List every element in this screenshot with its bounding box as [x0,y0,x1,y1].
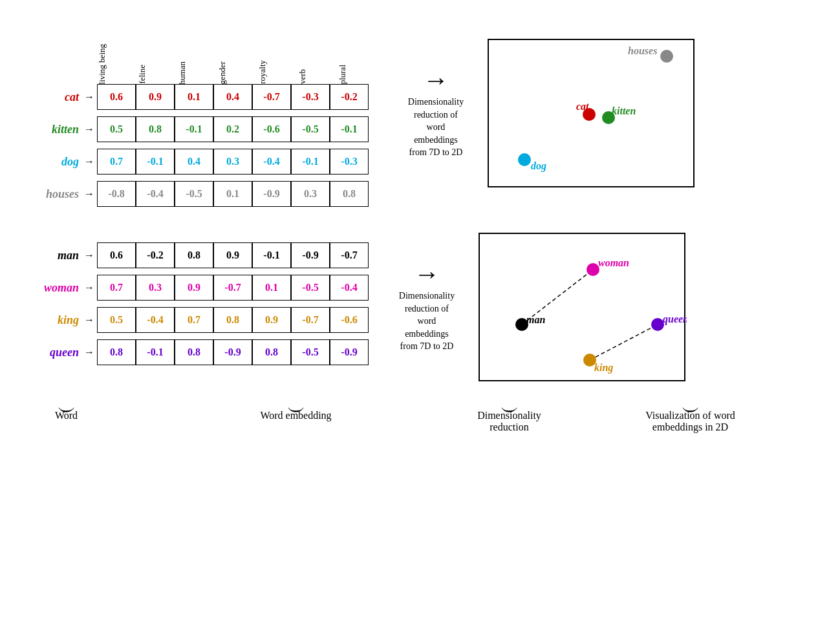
embedding-cell: 0.8 [330,181,369,207]
embedding-cell: -0.5 [175,181,213,207]
embedding-cell: -0.5 [291,275,330,301]
scatter-label-kitten: kitten [612,105,636,116]
word-row: man→0.6-0.20.80.9-0.1-0.9-0.7 [13,242,369,268]
word-arrow: → [84,156,94,167]
word-brace: ⏝ [58,396,74,410]
embedding-cell: -0.7 [291,307,330,333]
embedding-label: Word embedding [260,410,331,421]
embedding-cell: 0.5 [97,307,136,333]
scatter-point-queen [651,318,664,331]
embedding-cell: 0.7 [97,275,136,301]
embedding-label-group: ⏝ Word embedding [160,396,432,433]
dim-brace: ⏝ [501,396,517,410]
embedding-cell: 0.9 [213,242,252,268]
embedding-cell: 0.9 [136,84,175,110]
word-label-text: man [13,249,84,262]
col-header: verb [297,67,338,84]
embedding-cell: -0.1 [252,242,291,268]
scatter-label-king: king [594,362,613,374]
embedding-cell: -0.9 [291,242,330,268]
embedding-cell: 0.5 [97,116,136,142]
embedding-cell: 0.7 [97,149,136,175]
embedding-cell: -0.1 [175,116,213,142]
embedding-cell: -0.8 [97,181,136,207]
embedding-cell: 0.9 [252,307,291,333]
word-row: houses→-0.8-0.4-0.50.1-0.90.30.8 [13,181,378,207]
embedding-cell: 0.3 [213,149,252,175]
word-row: cat→0.60.90.10.4-0.7-0.3-0.2 [13,84,378,110]
word-label-text: king [13,314,84,327]
word-row: queen→0.8-0.10.8-0.90.8-0.5-0.9 [13,339,369,365]
bottom-table: man→0.6-0.20.80.9-0.1-0.9-0.7woman→0.70.… [13,242,369,372]
embedding-cell: -0.1 [291,149,330,175]
embedding-cell: -0.4 [252,149,291,175]
embedding-cell: -0.3 [291,84,330,110]
word-arrow: → [84,91,94,103]
embedding-cell: 0.6 [97,84,136,110]
embedding-cell: 0.6 [97,242,136,268]
embedding-cell: 0.3 [291,181,330,207]
embedding-cell: 0.8 [175,339,213,365]
embedding-cell: -0.3 [330,149,369,175]
word-label-text: queen [13,346,84,359]
top-dim-arrow: → [423,67,449,93]
word-row: dog→0.7-0.10.40.3-0.4-0.1-0.3 [13,149,378,175]
bottom-labels: ⏝ Word ⏝ Word embedding ⏝ Dimensionality… [13,389,821,440]
embedding-brace: ⏝ [288,396,304,410]
col-header: feline [137,62,177,84]
word-label-text: woman [13,281,84,295]
word-label-text: kitten [13,123,84,136]
embedding-cell: -0.5 [291,339,330,365]
word-label-text: houses [13,187,84,201]
word-arrow: → [84,314,94,326]
dim-label-group: ⏝ Dimensionalityreduction [468,396,552,433]
embedding-cell: 0.7 [175,307,213,333]
scatter-label-cat: cat [576,101,589,112]
word-label-text: cat [13,90,84,104]
top-table: living beingfelinehumangenderroyaltyverb… [13,13,378,213]
embedding-cell: 0.1 [252,275,291,301]
word-row: woman→0.70.30.9-0.70.1-0.5-0.4 [13,275,369,301]
embedding-cell: -0.7 [252,84,291,110]
embedding-cell: 0.1 [213,181,252,207]
embedding-cell: -0.6 [252,116,291,142]
embedding-cell: 0.1 [175,84,213,110]
embedding-cell: 0.9 [175,275,213,301]
scatter-point-woman [587,263,599,276]
col-header: gender [217,59,257,84]
embedding-cell: -0.9 [330,339,369,365]
embedding-cell: -0.2 [330,84,369,110]
top-dim-reduction: → Dimensionalityreduction ofwordembeddin… [391,67,481,159]
word-arrow: → [84,282,94,293]
embedding-cell: -0.7 [330,242,369,268]
scatter-point-dog [518,153,531,166]
word-arrow: → [84,250,94,261]
col-header: human [177,59,217,84]
top-scatter-box: catkittendoghouses [488,39,695,187]
embedding-cell: -0.9 [213,339,252,365]
top-dim-text: → Dimensionalityreduction ofwordembeddin… [397,67,475,159]
scatter-label-man: man [526,314,545,325]
embedding-cell: -0.1 [136,339,175,365]
col-header: living being [97,41,137,84]
embedding-cell: 0.3 [136,275,175,301]
embedding-cell: -0.6 [330,307,369,333]
col-header: royalty [257,58,297,84]
bottom-dim-reduction: → Dimensionalityreduction ofwordembeddin… [382,261,472,353]
word-label-group: ⏝ Word [41,396,92,433]
viz-brace: ⏝ [682,396,698,410]
bottom-dim-text: → Dimensionalityreduction ofwordembeddin… [388,261,466,353]
svg-line-1 [590,324,658,360]
main-container: living beingfelinehumangenderroyaltyverb… [0,0,840,446]
viz-label-group: ⏝ Visualization of wordembeddings in 2D [587,396,794,433]
scatter-point-houses [660,50,673,63]
embedding-cell: -0.2 [136,242,175,268]
embedding-cell: 0.8 [97,339,136,365]
embedding-cell: 0.4 [175,149,213,175]
embedding-cell: -0.7 [213,275,252,301]
word-label-text: dog [13,155,84,169]
word-row: kitten→0.50.8-0.10.2-0.6-0.5-0.1 [13,116,378,142]
embedding-cell: 0.8 [252,339,291,365]
word-arrow: → [84,346,94,358]
embedding-cell: -0.1 [136,149,175,175]
